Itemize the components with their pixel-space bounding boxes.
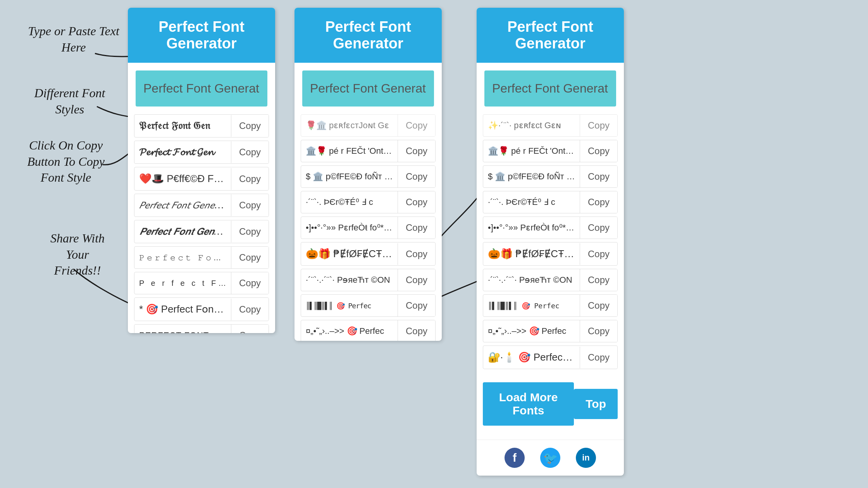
copy-button[interactable]: Copy [231,221,269,242]
font-item: 𝔓𝔢𝔯𝔣𝔢𝔠𝔱 𝔉𝔬𝔫𝔱 𝔊𝔢𝔫 Copy [134,114,269,137]
top-button-right[interactable]: Top [574,389,618,419]
copy-button[interactable]: Copy [231,272,269,294]
font-text: ·´¨`·. ÞЄr©ŦÉ⁰ Ⅎ c [301,192,398,213]
font-item: 🏛️🌹 pé r FEČt 'Ont gEŃ Copy [483,140,618,162]
font-item: 𝙋𝙚𝙧𝙛𝙚𝙘𝙩 𝙁𝙤𝙣𝙩 𝙂𝙚𝙣𝙚𝙧𝙖𝙩𝙤 Copy [134,220,269,243]
font-item: 🌹🏛️ pɛʀfɛcтJoɴt Gɛ Copy [301,114,436,137]
font-text: 🎃🎁 ₱ɆfØ₣ɆCŦ fÔNт g [301,242,398,265]
copy-button[interactable]: Copy [231,325,269,333]
font-item: •]••°·°»» PɛrfeÒŧ fo⁰* gẹ© Copy [301,217,436,239]
copy-button[interactable]: Copy [231,247,269,268]
font-text: 𝘗𝘦𝘳𝘧𝘦𝘤𝘵 𝘍𝘰𝘯𝘵 𝘎𝘦𝘯𝘦𝘳𝘢𝘵 [134,194,231,217]
copy-button[interactable]: Copy [398,295,435,316]
font-text: •]••°·°»» PɛrfeÒŧ fo⁰* gẹ© [483,217,580,238]
phone-panel-right: Perfect Font Generator ✨·´¨`· pɛʀfɛct Gɛ… [477,8,624,476]
social-bar-right: f 🐦 in [477,440,624,476]
annotation-share-left: Share WithYourFriends!! [27,230,128,279]
annotation-copy: Click On CopyButton To CopyFont Style [8,137,124,186]
font-item: ❤️🎩 P€ff€©Ð FØnÔ gɛ Copy [134,167,269,191]
font-text: ║▌║█║▌║ 🎯 Perfec [301,296,398,315]
font-text: * 🎯 Perfect Fᴏnt Gen [134,298,231,321]
font-item: •]••°·°»» PɛrfeÒŧ fo⁰* gẹ© Copy [483,217,618,239]
text-input-2[interactable] [302,70,434,107]
font-text: 🌹🏛️ pɛʀfɛcтJoɴt Gɛ [301,115,398,136]
font-item: 𝓟𝓮𝓻𝓯𝓮𝓬𝓽 𝓕𝓸𝓷𝓽 𝓖𝓮𝓷 Copy [134,141,269,164]
twitter-icon-right: 🐦 [543,451,558,465]
font-text: ¤„•˜„›..–>> 🎯 Perfec [483,321,580,342]
copy-button[interactable]: Copy [580,217,617,239]
text-input[interactable] [136,70,267,107]
linkedin-icon-right: in [582,453,590,463]
font-item: 🔐·🕯️ 🎯 Perfect Fᴏ Copy [483,345,618,369]
copy-button[interactable]: Copy [231,168,269,190]
copy-button[interactable]: Copy [580,269,617,291]
copy-button[interactable]: Copy [231,141,269,163]
copy-button[interactable]: Copy [398,115,435,136]
font-item: ·´¨`·. ÞЄr©ŦÉ⁰ Ⅎ c Copy [483,191,618,213]
font-text: 𝙿𝚎𝚛𝚏𝚎𝚌𝚝 𝙵𝚘𝚗𝚝 [134,248,231,268]
font-item: PERFECT FONT GENERATOR Copy [134,324,269,333]
font-text: ║▌║█║▌║ 🎯 Perfec [483,296,580,315]
copy-button[interactable]: Copy [231,299,269,320]
font-text: 🔐·🕯️ 🎯 Perfect Fᴏ [483,346,580,369]
font-item: 🏛️🌹 pé r FEČt 'Ont gEŃ Copy [301,140,436,162]
copy-button[interactable]: Copy [580,191,617,213]
font-item: 🎃🎁 ₱ɆfØ₣ɆCŦ fÔNт g Copy [483,242,618,266]
copy-button[interactable]: Copy [398,140,435,162]
font-item: ·´¨`·.·´¨`· PɘяeЋт ©ON Copy [483,269,618,291]
copy-button[interactable]: Copy [231,115,269,137]
copy-button[interactable]: Copy [398,269,435,291]
panel-right-header: Perfect Font Generator [477,8,624,63]
panel2-header: Perfect Font Generator [294,8,442,63]
font-text: 🏛️🌹 pé r FEČt 'Ont gEŃ [301,141,398,162]
font-text: 𝔓𝔢𝔯𝔣𝔢𝔠𝔱 𝔉𝔬𝔫𝔱 𝔊𝔢𝔫 [134,115,231,137]
twitter-share-right[interactable]: 🐦 [540,448,560,468]
facebook-icon-right: f [513,451,517,464]
text-input-right[interactable] [484,70,616,107]
font-text: ·´¨`·.·´¨`· PɘяeЋт ©ON [483,270,580,290]
font-text: P e r f e c t F o n t [134,273,231,293]
font-item: P e r f e c t F o n t Copy [134,272,269,294]
copy-button[interactable]: Copy [398,320,435,341]
font-text: 🏛️🌹 pé r FEČt 'Ont gEŃ [483,141,580,162]
font-list-2: 🌹🏛️ pɛʀfɛcтJoɴt Gɛ Copy 🏛️🌹 pé r FEČt 'O… [294,114,442,341]
copy-button[interactable]: Copy [580,243,617,265]
font-text: ❤️🎩 P€ff€©Ð FØnÔ gɛ [134,167,231,190]
font-text: PERFECT FONT GENERATOR [134,325,231,333]
font-item: 𝘗𝘦𝘳𝘧𝘦𝘤𝘵 𝘍𝘰𝘯𝘵 𝘎𝘦𝘯𝘦𝘳𝘢𝘵 Copy [134,194,269,217]
font-item: ¤„•˜„›..–>> 🎯 Perfec Copy [483,320,618,342]
copy-button[interactable]: Copy [398,191,435,213]
linkedin-share-right[interactable]: in [576,448,596,468]
panel1-header: Perfect Font Generator [128,8,275,63]
font-item: 𝙿𝚎𝚛𝚏𝚎𝚌𝚝 𝙵𝚘𝚗𝚝 Copy [134,246,269,269]
font-list-1: 𝔓𝔢𝔯𝔣𝔢𝔠𝔱 𝔉𝔬𝔫𝔱 𝔊𝔢𝔫 Copy 𝓟𝓮𝓻𝓯𝓮𝓬𝓽 𝓕𝓸𝓷𝓽 𝓖𝓮𝓷 C… [128,114,275,333]
copy-button[interactable]: Copy [580,115,617,136]
panel-right-bottom: Load More Fonts Top [477,372,624,436]
copy-button[interactable]: Copy [580,166,617,187]
font-item: ✨·´¨`· pɛʀfɛct Gɛɴ Copy [483,114,618,137]
copy-button[interactable]: Copy [398,243,435,265]
font-item: ·´¨`·.·´¨`· PɘяeЋт ©ON Copy [301,269,436,291]
copy-button[interactable]: Copy [580,347,617,368]
font-text: $ 🏛️ p©fFE©Ð foÑт ɢ₤l [483,166,580,187]
copy-button[interactable]: Copy [398,217,435,239]
font-item: ║▌║█║▌║ 🎯 Perfec Copy [301,294,436,317]
font-item: $ 🏛️ p©fFE©Ð foÑт ɢ₤l Copy [301,165,436,188]
copy-button[interactable]: Copy [580,140,617,162]
font-item: $ 🏛️ p©fFE©Ð foÑт ɢ₤l Copy [483,165,618,188]
font-text: ·´¨`·.·´¨`· PɘяeЋт ©ON [301,270,398,290]
annotation-font-styles: Different FontStyles [16,85,124,117]
copy-button[interactable]: Copy [398,166,435,187]
font-text: ·´¨`·. ÞЄr©ŦÉ⁰ Ⅎ c [483,192,580,213]
copy-button[interactable]: Copy [580,295,617,316]
font-item: ║▌║█║▌║ 🎯 Perfec Copy [483,294,618,317]
copy-button[interactable]: Copy [231,194,269,216]
font-text: 𝙋𝙚𝙧𝙛𝙚𝙘𝙩 𝙁𝙤𝙣𝙩 𝙂𝙚𝙣𝙚𝙧𝙖𝙩𝙤 [134,220,231,243]
load-more-button-right[interactable]: Load More Fonts [483,382,574,426]
font-text: $ 🏛️ p©fFE©Ð foÑт ɢ₤l [301,166,398,187]
copy-button[interactable]: Copy [580,320,617,342]
facebook-share-right[interactable]: f [505,448,525,468]
font-item: ¤„•˜„›..–>> 🎯 Perfec Copy [301,320,436,341]
font-list-right: ✨·´¨`· pɛʀfɛct Gɛɴ Copy 🏛️🌹 pé r FEČt 'O… [477,114,624,369]
font-text: 🎃🎁 ₱ɆfØ₣ɆCŦ fÔNт g [483,242,580,265]
